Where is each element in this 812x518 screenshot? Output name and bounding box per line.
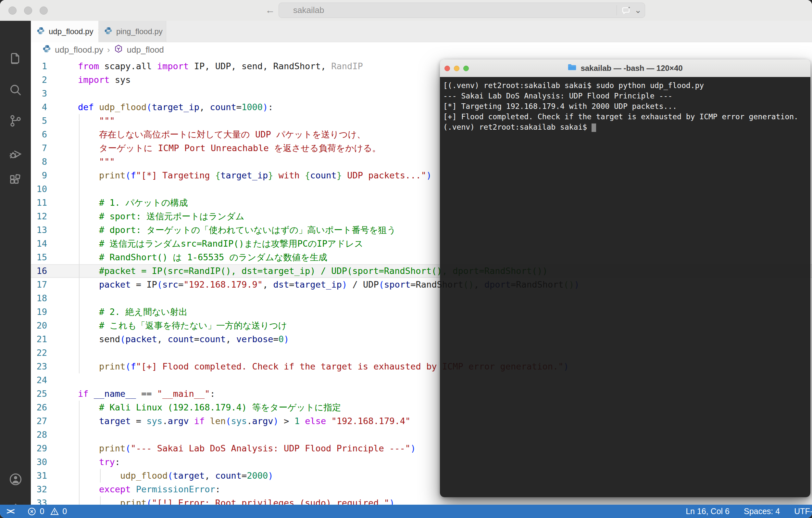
chevron-down-icon[interactable]: ⌄ bbox=[634, 5, 642, 15]
line-number: 25 bbox=[31, 387, 47, 401]
line-number: 16 bbox=[31, 264, 47, 278]
line-number: 29 bbox=[31, 442, 47, 455]
line-number: 23 bbox=[31, 360, 47, 373]
source-control-icon[interactable] bbox=[0, 113, 31, 128]
minimize-window-button[interactable] bbox=[24, 6, 32, 15]
terminal-line: [+] Flood completed. Check if the target… bbox=[443, 111, 807, 122]
terminal-window[interactable]: sakailab — -bash — 120×40 [(.venv) ret2r… bbox=[440, 59, 810, 497]
line-number: 22 bbox=[31, 346, 47, 360]
terminal-close-button[interactable] bbox=[444, 66, 450, 71]
line-number: 7 bbox=[31, 141, 47, 155]
error-count: 0 bbox=[39, 507, 44, 516]
explorer-icon[interactable] bbox=[0, 51, 31, 66]
extensions-icon[interactable] bbox=[0, 173, 31, 188]
line-number: 12 bbox=[31, 210, 47, 223]
breadcrumb-file[interactable]: udp_flood.py bbox=[55, 45, 103, 55]
line-number: 24 bbox=[31, 373, 47, 387]
tab-strip: udp_flood.py ✕ ping_flood.py bbox=[31, 21, 812, 42]
symbol-method-icon bbox=[114, 44, 123, 56]
tab-label: udp_flood.py bbox=[49, 27, 93, 36]
indent-guide bbox=[100, 496, 100, 505]
activity-bar bbox=[0, 21, 31, 505]
cursor-position[interactable]: Ln 16, Col 6 bbox=[686, 507, 729, 516]
line-number: 8 bbox=[31, 155, 47, 169]
command-center[interactable]: sakailab ⌄ bbox=[279, 3, 645, 18]
nav-back-button[interactable]: ← bbox=[265, 4, 276, 16]
breadcrumb-separator: › bbox=[107, 45, 110, 55]
line-number: 4 bbox=[31, 101, 47, 114]
window-titlebar: ← → sakailab ⌄ bbox=[0, 0, 812, 21]
problems-indicator[interactable]: 0 0 bbox=[27, 507, 67, 516]
line-number: 9 bbox=[31, 169, 47, 182]
line-number: 31 bbox=[31, 469, 47, 483]
chat-sparkle-icon[interactable] bbox=[621, 5, 631, 15]
terminal-minimize-button[interactable] bbox=[454, 66, 459, 71]
python-file-icon bbox=[42, 45, 51, 55]
terminal-line: (.venv) ret2root:sakailab sakai$ bbox=[443, 122, 807, 132]
line-number: 5 bbox=[31, 114, 47, 128]
error-circle-icon bbox=[27, 507, 36, 516]
line-number: 26 bbox=[31, 401, 47, 414]
line-number: 20 bbox=[31, 319, 47, 332]
line-number: 17 bbox=[31, 278, 47, 292]
python-file-icon bbox=[37, 27, 45, 37]
tab-udp-flood[interactable]: udp_flood.py ✕ bbox=[31, 21, 98, 42]
line-number: 30 bbox=[31, 455, 47, 469]
line-number: 19 bbox=[31, 305, 47, 319]
line-number: 2 bbox=[31, 73, 47, 87]
line-number: 1 bbox=[31, 59, 47, 73]
terminal-cursor bbox=[591, 124, 596, 132]
tab-ping-flood[interactable]: ping_flood.py bbox=[98, 21, 166, 42]
line-number: 15 bbox=[31, 250, 47, 264]
python-file-icon bbox=[104, 27, 112, 37]
line-number: 32 bbox=[31, 483, 47, 496]
tab-label: ping_flood.py bbox=[116, 27, 163, 36]
status-bar: >< 0 0 Ln 16, Col 6 Spaces: 4 UTF-8 bbox=[0, 505, 812, 518]
line-number: 18 bbox=[31, 292, 47, 305]
line-number: 28 bbox=[31, 428, 47, 442]
close-window-button[interactable] bbox=[8, 6, 17, 15]
folder-icon bbox=[568, 63, 577, 73]
encoding-setting[interactable]: UTF-8 bbox=[794, 507, 812, 516]
line-number: 21 bbox=[31, 332, 47, 346]
remote-indicator-icon[interactable]: >< bbox=[6, 506, 23, 516]
breadcrumb-symbol[interactable]: udp_flood bbox=[127, 45, 164, 55]
warning-triangle-icon bbox=[50, 507, 59, 516]
run-debug-icon[interactable] bbox=[0, 146, 31, 161]
account-icon[interactable] bbox=[0, 472, 31, 487]
line-number: 10 bbox=[31, 182, 47, 196]
indent-guide bbox=[79, 114, 80, 373]
zoom-window-button[interactable] bbox=[39, 6, 48, 15]
line-number: 6 bbox=[31, 128, 47, 141]
terminal-line: [*] Targeting 192.168.179.4 with 2000 UD… bbox=[443, 101, 807, 111]
terminal-title: sakailab — -bash — 120×40 bbox=[581, 64, 683, 73]
traffic-lights bbox=[8, 6, 48, 15]
indent-guide bbox=[100, 469, 100, 483]
terminal-zoom-button[interactable] bbox=[463, 66, 469, 71]
line-number: 13 bbox=[31, 223, 47, 237]
command-center-value: sakailab bbox=[279, 5, 616, 15]
indentation-setting[interactable]: Spaces: 4 bbox=[744, 507, 780, 516]
search-icon[interactable] bbox=[0, 83, 31, 98]
terminal-output[interactable]: [(.venv) ret2root:sakailab sakai$ sudo p… bbox=[440, 77, 810, 497]
line-number: 11 bbox=[31, 196, 47, 210]
terminal-titlebar: sakailab — -bash — 120×40 bbox=[440, 59, 810, 77]
vscode-window: ← → sakailab ⌄ bbox=[0, 0, 812, 518]
terminal-line: [(.venv) ret2root:sakailab sakai$ sudo p… bbox=[443, 80, 807, 91]
warning-count: 0 bbox=[62, 507, 67, 516]
terminal-line: --- Sakai Lab DoS Analysis: UDP Flood Pr… bbox=[443, 91, 807, 101]
breadcrumb: udp_flood.py › udp_flood bbox=[31, 42, 812, 57]
line-number: 14 bbox=[31, 237, 47, 250]
indent-guide bbox=[79, 401, 80, 505]
line-number: 27 bbox=[31, 414, 47, 428]
line-number: 3 bbox=[31, 87, 47, 101]
